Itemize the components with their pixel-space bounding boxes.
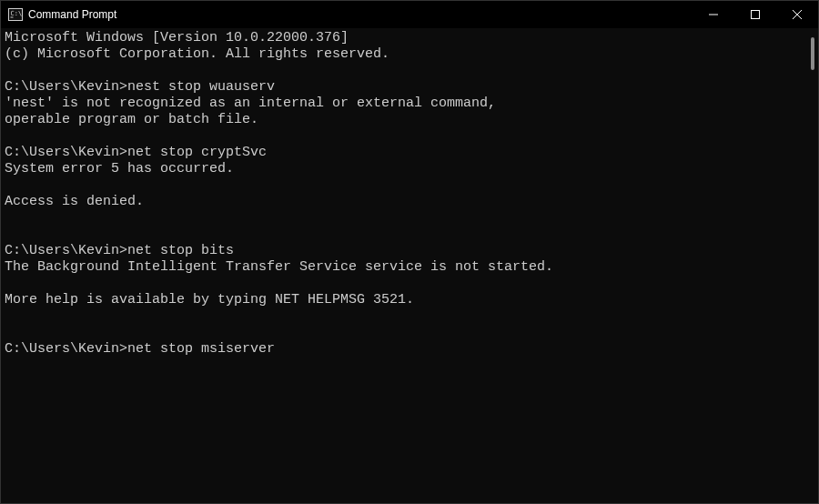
terminal-line xyxy=(5,63,805,79)
svg-rect-4 xyxy=(752,11,760,19)
command-text: nest stop wuauserv xyxy=(127,79,275,95)
scrollbar-thumb[interactable] xyxy=(811,37,814,70)
scrollbar-track[interactable] xyxy=(805,28,818,503)
terminal-line xyxy=(5,308,805,325)
svg-text:C:\: C:\ xyxy=(11,10,23,17)
terminal-line: Access is denied. xyxy=(5,194,805,210)
prompt: C:\Users\Kevin> xyxy=(5,341,127,357)
minimize-button[interactable] xyxy=(693,1,734,28)
prompt: C:\Users\Kevin> xyxy=(5,79,127,95)
maximize-button[interactable] xyxy=(734,1,776,28)
prompt: C:\Users\Kevin> xyxy=(5,243,127,258)
terminal-output[interactable]: Microsoft Windows [Version 10.0.22000.37… xyxy=(1,28,805,503)
terminal-line: operable program or batch file. xyxy=(5,112,805,128)
terminal-line xyxy=(5,177,805,194)
terminal-line xyxy=(5,210,805,227)
terminal-line: System error 5 has occurred. xyxy=(5,161,805,177)
terminal-area: Microsoft Windows [Version 10.0.22000.37… xyxy=(1,28,818,503)
command-text: net stop cryptSvc xyxy=(127,145,267,160)
terminal-line: C:\Users\Kevin>net stop cryptSvc xyxy=(5,145,805,161)
terminal-line: More help is available by typing NET HEL… xyxy=(5,292,805,308)
terminal-line: The Background Intelligent Transfer Serv… xyxy=(5,259,805,276)
terminal-line xyxy=(5,276,805,292)
window-title: Command Prompt xyxy=(28,8,116,21)
terminal-line: C:\Users\Kevin>net stop bits xyxy=(5,243,805,259)
terminal-line: 'nest' is not recognized as an internal … xyxy=(5,96,805,112)
terminal-line xyxy=(5,128,805,145)
command-prompt-icon: C:\ xyxy=(8,7,23,22)
terminal-line xyxy=(5,325,805,341)
command-text: net stop bits xyxy=(127,243,234,258)
terminal-line: (c) Microsoft Corporation. All rights re… xyxy=(5,46,805,63)
command-text: net stop msiserver xyxy=(127,341,275,357)
terminal-line: C:\Users\Kevin>nest stop wuauserv xyxy=(5,79,805,96)
terminal-line: Microsoft Windows [Version 10.0.22000.37… xyxy=(5,30,805,46)
close-button[interactable] xyxy=(776,1,818,28)
window-controls xyxy=(693,1,818,28)
terminal-line: C:\Users\Kevin>net stop msiserver xyxy=(5,341,805,358)
command-prompt-window: C:\ Command Prompt Microsoft Windows [Ve… xyxy=(0,0,819,504)
terminal-line xyxy=(5,227,805,243)
titlebar[interactable]: C:\ Command Prompt xyxy=(1,1,818,28)
prompt: C:\Users\Kevin> xyxy=(5,145,127,160)
